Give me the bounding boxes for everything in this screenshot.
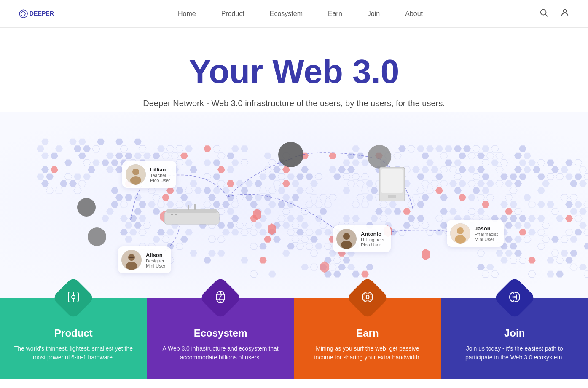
user-name-antonio: Antonio — [361, 231, 385, 237]
svg-point-564 — [278, 142, 303, 167]
hero-section: Your Web 3.0 Deeper Network - Web 3.0 in… — [0, 28, 588, 117]
card-earn-desc: Mining as you surf the web, get passive … — [307, 344, 429, 362]
svg-rect-581 — [381, 169, 403, 193]
nav-icon-group — [537, 6, 571, 21]
user-info-antonio: Antonio IT Engineer Pico User — [361, 231, 385, 247]
svg-point-591 — [341, 241, 352, 249]
user-role1-lillian: Teacher — [150, 173, 170, 178]
nav-ecosystem[interactable]: Ecosystem — [270, 10, 303, 18]
card-join-desc: Join us today - it's the easiest path to… — [454, 344, 575, 362]
nav-home[interactable]: Home — [178, 10, 196, 18]
user-card-antonio: Antonio IT Engineer Pico User — [333, 225, 391, 252]
search-button[interactable] — [537, 6, 550, 21]
svg-rect-582 — [388, 195, 396, 198]
card-ecosystem-desc: A Web 3.0 infrastructure and ecosystem t… — [160, 344, 282, 362]
user-info-alison: Alison Designer Mini User — [146, 252, 165, 268]
svg-point-594 — [455, 235, 466, 244]
svg-point-4 — [563, 10, 566, 13]
user-card-lillian: Lillian Teacher Pico User — [122, 161, 176, 188]
card-product-title: Product — [13, 327, 134, 339]
avatar-antonio — [336, 229, 357, 249]
feature-cards: Product The world's thinnest, lightest, … — [0, 298, 588, 379]
svg-point-585 — [130, 176, 141, 185]
navbar: DEEPER Home Product Ecosystem Earn Join … — [0, 0, 588, 28]
card-join[interactable]: Join Join us today - it's the easiest pa… — [441, 298, 588, 379]
svg-point-2 — [541, 10, 546, 15]
svg-rect-577 — [194, 204, 196, 210]
user-role1-jason: Pharmacist — [475, 232, 498, 237]
svg-point-593 — [457, 227, 464, 234]
nav-join[interactable]: Join — [368, 10, 380, 18]
card-ecosystem[interactable]: Ecosystem A Web 3.0 infrastructure and e… — [147, 298, 294, 379]
user-role2-alison: Mini User — [146, 263, 165, 268]
user-account-button[interactable] — [558, 6, 571, 21]
user-name-alison: Alison — [146, 252, 165, 258]
nav-earn[interactable]: Earn — [328, 10, 342, 18]
svg-text:DEEPER: DEEPER — [30, 10, 54, 17]
card-earn-title: Earn — [307, 327, 429, 339]
user-info-jason: Jason Pharmacist Mini User — [475, 225, 498, 242]
card-product-desc: The world's thinnest, lightest, smallest… — [13, 344, 134, 362]
svg-rect-574 — [164, 211, 219, 224]
avatar-jason — [450, 223, 470, 244]
svg-point-584 — [132, 169, 139, 175]
svg-point-567 — [88, 227, 106, 246]
card-product[interactable]: Product The world's thinnest, lightest, … — [0, 298, 147, 379]
card-ecosystem-title: Ecosystem — [160, 327, 282, 339]
user-role2-antonio: Pico User — [361, 242, 385, 247]
user-role2-jason: Mini User — [475, 237, 498, 242]
svg-line-3 — [545, 14, 548, 16]
user-name-jason: Jason — [475, 225, 498, 232]
svg-point-596 — [72, 295, 75, 299]
card-join-title: Join — [454, 327, 575, 339]
avatar-lillian — [126, 164, 146, 185]
avatar-alison — [121, 250, 142, 270]
svg-point-565 — [368, 145, 391, 169]
user-name-lillian: Lillian — [150, 166, 170, 173]
svg-rect-579 — [175, 214, 177, 215]
svg-point-610 — [513, 296, 516, 298]
user-card-alison: Alison Designer Mini User — [118, 246, 171, 273]
card-earn[interactable]: D Earn Mining as you surf the web, get p… — [294, 298, 441, 379]
nav-product[interactable]: Product — [221, 10, 244, 18]
user-info-lillian: Lillian Teacher Pico User — [150, 166, 170, 183]
svg-rect-575 — [166, 209, 217, 213]
hero-subtitle: Deeper Network - Web 3.0 infrastructure … — [8, 99, 580, 108]
nav-links: Home Product Ecosystem Earn Join About — [178, 10, 423, 18]
user-role2-lillian: Pico User — [150, 178, 170, 183]
svg-point-566 — [77, 198, 96, 217]
svg-point-588 — [126, 262, 137, 270]
svg-text:D: D — [365, 294, 370, 300]
user-role1-antonio: IT Engineer — [361, 237, 385, 242]
svg-rect-578 — [171, 214, 173, 215]
user-card-jason: Jason Pharmacist Mini User — [447, 220, 504, 247]
logo[interactable]: DEEPER — [17, 5, 63, 22]
world-map-section: Lillian Teacher Pico User Alison Designe… — [0, 112, 588, 298]
hero-title: Your Web 3.0 — [8, 53, 580, 90]
svg-point-590 — [343, 233, 350, 240]
user-role1-alison: Designer — [146, 258, 165, 263]
svg-rect-576 — [188, 205, 189, 210]
nav-about[interactable]: About — [405, 10, 423, 18]
